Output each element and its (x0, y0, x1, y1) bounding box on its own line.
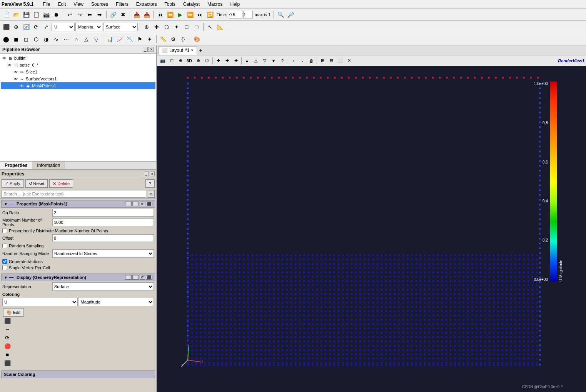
offset-input[interactable] (52, 234, 154, 242)
tab-information[interactable]: Information (32, 162, 65, 169)
undo-btn[interactable]: ↩ (65, 10, 74, 19)
orient-btn[interactable]: 🔄 (22, 22, 31, 32)
vt-orbit-btn[interactable]: ⬡ (203, 57, 211, 65)
menu-macros[interactable]: Macros (206, 1, 224, 7)
prev-frame-btn[interactable]: ⏪ (165, 10, 175, 19)
select-through-btn[interactable]: ✚ (152, 22, 161, 32)
vt-pick1-btn[interactable]: ▲ (243, 57, 251, 65)
max-points-input[interactable] (52, 219, 154, 226)
rescale-btn3[interactable]: ⟳ (3, 334, 12, 342)
select-pts-btn[interactable]: ✦ (172, 22, 181, 32)
select-block-btn[interactable]: □ (182, 22, 191, 32)
edit-macro-btn[interactable]: {} (179, 35, 188, 44)
defaults-btn[interactable]: ⬛ (146, 202, 152, 206)
add-tab-btn[interactable]: + (198, 47, 204, 53)
menu-catalyst[interactable]: Catalyst (182, 1, 201, 7)
import-state-btn[interactable]: 📤 (142, 10, 151, 19)
menu-edit[interactable]: Edit (57, 1, 68, 7)
vt-env-btn[interactable]: ◻ (167, 57, 176, 65)
vt-slice1-btn[interactable]: ✚ (214, 57, 222, 65)
random-mode-select[interactable]: Randomized Id Strides Random Sampling Sp… (52, 249, 154, 258)
edit-colormap-btn[interactable]: 🎨 Edit (3, 308, 24, 317)
tab-properties[interactable]: Properties (0, 162, 32, 169)
fit-btn[interactable]: ⤢ (42, 22, 51, 32)
coloring-field-select[interactable]: U Solid Color (2, 298, 78, 306)
vt-pick5-btn[interactable]: ? (278, 57, 287, 65)
camera-redo-btn[interactable]: ➡ (95, 10, 104, 19)
search-options-btn[interactable]: ⚙ (147, 190, 155, 198)
rescale-btn2[interactable]: ↔ (3, 325, 12, 334)
reset-btn[interactable]: ↺ Reset (25, 179, 48, 188)
vt-sub-btn[interactable]: - (298, 57, 307, 65)
props-close-btn[interactable]: × (150, 172, 155, 176)
filters-btn8[interactable]: ⌂ (72, 35, 81, 44)
save-btn[interactable]: 💾 (22, 10, 31, 19)
chart-btn3[interactable]: 📉 (125, 35, 134, 44)
vt-slice2-btn[interactable]: ✚ (223, 57, 231, 65)
render-area[interactable]: 1.0e+00 0.8 0.6 0.4 0.2 0.0e+00 U Magnit… (157, 66, 586, 392)
menu-extractors[interactable]: Extractors (135, 1, 159, 7)
filters-btn4[interactable]: ⬡ (32, 35, 41, 44)
vt-pick4-btn[interactable]: ▼ (269, 57, 278, 65)
component-select[interactable]: Magnitu... (75, 23, 102, 31)
filters-btn3[interactable]: ◻ (22, 35, 31, 44)
filters-btn10[interactable]: ▽ (92, 35, 101, 44)
measure-ruler-btn[interactable]: 📏 (159, 35, 168, 44)
display-copy-btn[interactable]: ⬜ (125, 275, 132, 280)
vt-axes-btn[interactable]: ⊕ (176, 57, 185, 65)
tab-close-btn[interactable]: × (191, 48, 194, 52)
copy-btn[interactable]: ⬜ (125, 202, 132, 206)
zoom-in-btn[interactable]: 🔍 (276, 10, 285, 19)
time-step-input[interactable] (243, 11, 253, 18)
eye-icon-builtin[interactable]: 👁 (2, 55, 7, 61)
pipeline-item-petsc[interactable]: 👁 📄 petsc_6_* (1, 62, 155, 68)
single-vertex-checkbox[interactable] (2, 265, 7, 270)
chart-btn1[interactable]: 📊 (105, 35, 114, 44)
proportional-checkbox[interactable] (2, 228, 7, 233)
array-select[interactable]: U (52, 23, 75, 31)
filters-btn5[interactable]: ◑ (42, 35, 51, 44)
help-btn[interactable]: ? (145, 179, 155, 188)
chart-btn5[interactable]: ✦ (145, 35, 154, 44)
filters-btn2[interactable]: ◼ (12, 35, 21, 44)
rescale-btn1[interactable]: ⬛ (3, 317, 12, 325)
rescale-btn5[interactable]: ■ (3, 350, 12, 359)
generate-vertices-checkbox[interactable] (2, 259, 7, 264)
vt-add-btn[interactable]: + (289, 57, 298, 65)
delete-btn[interactable]: ✕ Delete (49, 179, 73, 188)
rescale-btn6[interactable]: ⬛ (3, 359, 12, 367)
display-defaults-btn[interactable]: ⬛ (146, 275, 152, 280)
vt-pick2-btn[interactable]: △ (252, 57, 260, 65)
display-select[interactable]: Surface (103, 23, 138, 31)
scalar-coloring-header[interactable]: Scalar Coloring (1, 370, 155, 378)
colormap-btn[interactable]: 🎨 (192, 35, 201, 44)
reset-camera-btn[interactable]: ⟳ (32, 22, 41, 32)
paste-btn[interactable]: ⬜ (132, 202, 139, 206)
filters-btn1[interactable]: ⬤ (2, 35, 11, 44)
display-refresh-btn[interactable]: ↺ (140, 275, 145, 280)
vt-close-btn[interactable]: ✕ (345, 57, 353, 65)
filters-btn7[interactable]: ⋯ (62, 35, 71, 44)
eye-icon-maskpoints1[interactable]: 👁 (19, 83, 25, 88)
interact-btn[interactable]: ↖ (205, 22, 215, 32)
axes-btn[interactable]: ⊕ (12, 22, 21, 32)
select-on-btn[interactable]: ⊕ (142, 22, 151, 32)
vt-slice3-btn[interactable]: ✚ (232, 57, 240, 65)
random-sampling-checkbox[interactable] (2, 243, 7, 248)
camera-undo-btn[interactable]: ⬅ (85, 10, 94, 19)
menu-filters[interactable]: Filters (114, 1, 130, 7)
vt-max-btn[interactable]: ⬜ (336, 57, 344, 65)
coloring-mode-select[interactable]: Magnitude X Y Z (79, 298, 154, 306)
vt-del-btn[interactable]: 🗑 (307, 57, 316, 65)
connect-btn[interactable]: 🔗 (109, 10, 118, 19)
vt-camera-btn[interactable]: 📷 (159, 57, 167, 65)
chart-btn4[interactable]: ⚑ (135, 35, 144, 44)
redo-btn[interactable]: ↪ (75, 10, 84, 19)
vt-pick3-btn[interactable]: ▽ (260, 57, 269, 65)
eye-icon-slice1[interactable]: 👁 (13, 69, 18, 75)
vt-grid1-btn[interactable]: ⊞ (318, 57, 327, 65)
chart-btn2[interactable]: 📈 (115, 35, 124, 44)
menu-view[interactable]: View (72, 1, 85, 7)
screenshot-btn[interactable]: 📷 (42, 10, 51, 19)
menu-sources[interactable]: Sources (90, 1, 110, 7)
